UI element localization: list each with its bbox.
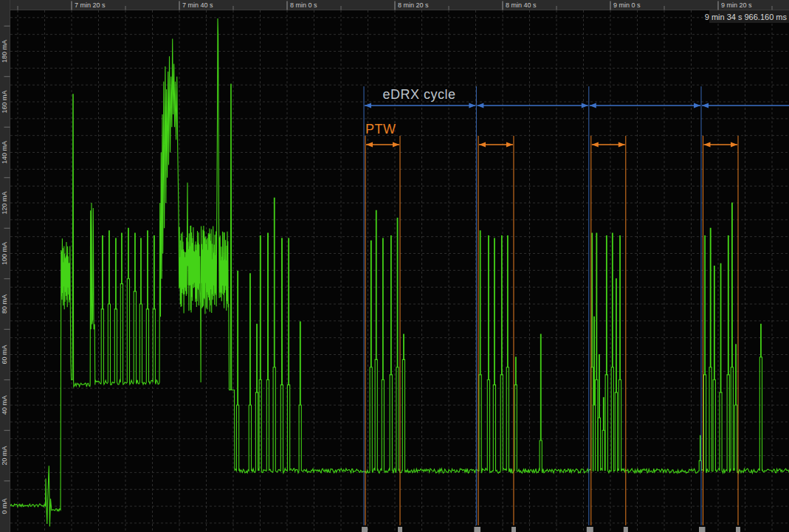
current-tick-label: 100 mA xyxy=(1,242,8,265)
current-tick-label: 40 mA xyxy=(1,395,8,415)
cursor-readout-text: 9 min 34 s 966.160 ms xyxy=(705,13,788,21)
marker-handle[interactable] xyxy=(511,527,516,532)
arrowhead-left-icon xyxy=(477,103,483,108)
arrowhead-left-icon xyxy=(366,142,373,148)
marker-handle[interactable] xyxy=(700,527,705,532)
edrx-cycle-annotation[interactable] xyxy=(362,86,789,532)
marker-handle[interactable] xyxy=(589,527,593,532)
marker-handle[interactable] xyxy=(398,527,402,532)
arrowhead-right-icon xyxy=(393,142,399,148)
arrowhead-left-icon xyxy=(702,103,709,108)
current-ruler[interactable]: 0 mA20 mA40 mA60 mA80 mA100 mA120 mA140 … xyxy=(0,0,10,532)
arrowhead-left-icon xyxy=(703,142,710,148)
current-tick-label: 0 mA xyxy=(1,499,8,514)
arrowhead-right-icon xyxy=(731,142,737,148)
edrx-cycle-label: eDRX cycle xyxy=(382,87,455,102)
time-tick-label: 8 min 0 s xyxy=(290,1,317,9)
ptw-label: PTW xyxy=(365,122,396,137)
arrowhead-left-icon xyxy=(592,142,599,148)
power-analyzer-chart-window: eDRX cycle PTW 7 min 20 s7 min 40 s8 min… xyxy=(0,0,789,532)
time-ruler-background[interactable] xyxy=(0,0,789,10)
arrowhead-left-icon xyxy=(479,142,486,148)
time-ruler[interactable]: 7 min 20 s7 min 40 s8 min 0 s8 min 20 s8… xyxy=(0,0,789,10)
marker-handle[interactable] xyxy=(736,527,740,532)
power-trace-chart[interactable]: eDRX cycle PTW 7 min 20 s7 min 40 s8 min… xyxy=(0,0,789,532)
arrowhead-right-icon xyxy=(619,142,625,148)
cursor-readout: 9 min 34 s 966.160 ms xyxy=(705,10,789,23)
arrowhead-left-icon xyxy=(590,103,596,108)
current-tick-label: 60 mA xyxy=(1,345,8,365)
current-tick-label: 80 mA xyxy=(1,294,8,314)
marker-handle[interactable] xyxy=(476,527,480,532)
arrowhead-right-icon xyxy=(582,103,588,108)
marker-handle[interactable] xyxy=(363,527,368,532)
current-tick-label: 160 mA xyxy=(1,90,8,113)
marker-handle[interactable] xyxy=(624,527,628,532)
time-tick-label: 9 min 0 s xyxy=(613,1,641,9)
arrowhead-right-icon xyxy=(469,103,475,108)
current-tick-label: 120 mA xyxy=(1,191,8,214)
current-tick-label: 20 mA xyxy=(1,446,8,466)
current-tick-label: 140 mA xyxy=(1,141,8,164)
time-tick-label: 7 min 20 s xyxy=(75,1,106,9)
arrowhead-right-icon xyxy=(694,103,700,108)
time-tick-label: 7 min 40 s xyxy=(182,1,213,9)
time-tick-label: 8 min 40 s xyxy=(506,1,537,9)
time-tick-label: 9 min 20 s xyxy=(721,1,752,9)
current-tick-label: 180 mA xyxy=(1,40,8,63)
arrowhead-right-icon xyxy=(506,142,513,148)
time-tick-label: 8 min 20 s xyxy=(398,1,429,9)
